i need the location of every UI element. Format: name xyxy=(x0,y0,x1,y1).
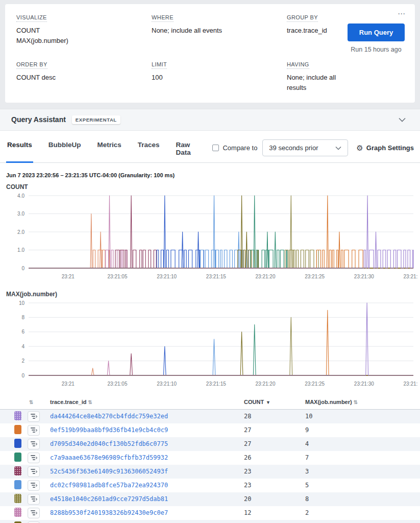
order-by-label: ORDER BY xyxy=(16,61,47,69)
trace-id-link[interactable]: da444264ce8e4b270cb4fddc759e32ed xyxy=(50,413,168,420)
view-trace-icon[interactable] xyxy=(28,494,40,505)
svg-text:6: 6 xyxy=(21,329,24,335)
view-trace-icon[interactable] xyxy=(28,508,40,518)
svg-text:2: 2 xyxy=(21,358,24,364)
svg-text:10: 10 xyxy=(19,300,25,305)
where-value[interactable]: None; include all events xyxy=(152,26,277,36)
trace-id-link[interactable]: 52c5436f363e61409c9136306052493f xyxy=(50,468,168,475)
tab-raw-data[interactable]: Raw Data xyxy=(175,138,199,162)
tab-metrics[interactable]: Metrics xyxy=(96,138,122,162)
max-value: 6 xyxy=(302,520,420,523)
kebab-menu-icon[interactable]: ⋯ xyxy=(398,9,406,18)
order-by-clause[interactable]: ORDER BY COUNT desc xyxy=(16,59,152,93)
compare-to-checkbox[interactable] xyxy=(212,145,219,151)
svg-text:4.0: 4.0 xyxy=(17,193,24,198)
limit-label: LIMIT xyxy=(152,61,167,69)
table-header-row: ⇅ trace.trace_id⇅ COUNT▼ MAX(job.number)… xyxy=(0,395,420,410)
svg-text:23:21:05: 23:21:05 xyxy=(108,274,128,279)
svg-text:23:21:25: 23:21:25 xyxy=(305,274,325,279)
chevron-down-icon[interactable] xyxy=(399,115,406,124)
series-color-swatch xyxy=(14,508,21,517)
experimental-badge: EXPERIMENTAL xyxy=(72,115,120,124)
chevron-down-icon xyxy=(335,146,341,150)
svg-text:23:21:10: 23:21:10 xyxy=(157,381,177,387)
svg-text:23:21:30: 23:21:30 xyxy=(354,381,374,387)
max-value: 8 xyxy=(302,492,420,506)
trace-id-link[interactable]: d7095d340e2d040cf130b52fdb6c0775 xyxy=(50,440,168,447)
query-assistant-bar[interactable]: Query Assistant EXPERIMENTAL xyxy=(0,109,420,131)
series-color-swatch xyxy=(14,439,21,448)
view-trace-icon[interactable] xyxy=(28,480,40,491)
trace-id-link[interactable]: e4518e1040c2601ad9cce7297d5dab81 xyxy=(50,495,168,503)
where-clause[interactable]: WHERE None; include all events xyxy=(152,12,287,46)
svg-text:0: 0 xyxy=(21,265,24,271)
svg-text:23:21: 23:21 xyxy=(62,274,75,279)
series-color-swatch xyxy=(14,425,21,434)
count-value: 12 xyxy=(241,520,302,523)
max-value: 7 xyxy=(302,451,420,465)
limit-value[interactable]: 100 xyxy=(152,73,277,83)
view-trace-icon[interactable] xyxy=(28,466,40,477)
visualize-clause[interactable]: VISUALIZE COUNT MAX(job.number) xyxy=(16,12,152,46)
tab-traces[interactable]: Traces xyxy=(137,138,161,162)
svg-text:23:21:35: 23:21:35 xyxy=(404,274,417,279)
having-label: HAVING xyxy=(287,61,309,69)
max-value: 9 xyxy=(302,423,420,437)
series-color-swatch xyxy=(14,521,21,523)
trace-id-link[interactable]: dc02cf98981adb8fce57ba72ea924370 xyxy=(50,482,168,489)
count-value: 27 xyxy=(241,437,302,451)
sort-icon: ⇅ xyxy=(29,399,33,405)
svg-text:23:21:30: 23:21:30 xyxy=(354,274,374,279)
count-value: 20 xyxy=(241,492,302,506)
view-trace-icon[interactable] xyxy=(28,453,40,463)
group-by-value[interactable]: trace.trace_id xyxy=(287,26,337,36)
max-chart-title: MAX(job.number) xyxy=(6,291,415,298)
table-row: 8288b9530f2401938326b92430e9c0e7122 xyxy=(0,506,420,520)
max-column-header[interactable]: MAX(job.number)⇅ xyxy=(302,395,420,410)
visualize-value-max[interactable]: MAX(job.number) xyxy=(16,36,141,46)
max-value: 4 xyxy=(302,437,420,451)
max-line-chart[interactable]: 024681023:2123:21:0523:21:1023:21:1523:2… xyxy=(5,299,417,391)
view-trace-icon[interactable] xyxy=(28,439,40,449)
trace-id-column-header[interactable]: trace.trace_id⇅ xyxy=(47,395,241,410)
visualize-label: VISUALIZE xyxy=(16,14,47,22)
run-query-button[interactable]: Run Query xyxy=(348,23,405,41)
sort-desc-icon: ▼ xyxy=(266,400,270,405)
trace-id-link[interactable]: 0ef519b99baa8bf9d36fb41e9cb4c0c9 xyxy=(50,426,168,434)
series-color-swatch xyxy=(14,411,21,420)
trace-id-link[interactable]: 8288b9530f2401938326b92430e9c0e7 xyxy=(50,509,168,516)
series-color-swatch xyxy=(14,494,21,503)
series-color-swatch xyxy=(14,466,21,476)
series-color-swatch xyxy=(14,453,21,462)
having-value[interactable]: None; include all results xyxy=(287,73,337,93)
svg-text:23:21:15: 23:21:15 xyxy=(206,381,226,387)
count-column-header[interactable]: COUNT▼ xyxy=(241,395,302,410)
count-line-chart[interactable]: 01.02.03.04.023:2123:21:0523:21:1023:21:… xyxy=(5,192,417,283)
results-table-section: ⇅ trace.trace_id⇅ COUNT▼ MAX(job.number)… xyxy=(0,393,420,523)
sort-icon: ⇅ xyxy=(354,399,358,405)
having-clause[interactable]: HAVING None; include all results xyxy=(287,59,404,93)
time-range-header: Jun 7 2023 23:20:56 – 23:21:35 UTC-04:00… xyxy=(6,172,415,178)
sort-icon: ⇅ xyxy=(88,399,92,405)
svg-text:8: 8 xyxy=(21,314,24,320)
visualize-value-count[interactable]: COUNT xyxy=(16,26,141,36)
view-trace-icon[interactable] xyxy=(28,521,40,523)
tab-bubbleup[interactable]: BubbleUp xyxy=(47,138,82,162)
compare-interval-dropdown[interactable]: 39 seconds prior xyxy=(262,139,348,156)
table-row: dc02cf98981adb8fce57ba72ea924370235 xyxy=(0,479,420,492)
graph-settings-label: Graph Settings xyxy=(366,144,414,152)
trace-id-link[interactable]: c7a9aaae63678e96989cfbfb37d59932 xyxy=(50,454,168,461)
tab-bar: ResultsBubbleUpMetricsTracesRaw Data xyxy=(6,138,212,162)
graph-settings-button[interactable]: ⚙ Graph Settings xyxy=(356,144,414,153)
max-value: 2 xyxy=(302,506,420,520)
tab-results[interactable]: Results xyxy=(6,138,33,162)
series-color-swatch xyxy=(14,480,21,489)
order-by-value[interactable]: COUNT desc xyxy=(16,73,141,83)
count-value: 23 xyxy=(241,479,302,492)
limit-clause[interactable]: LIMIT 100 xyxy=(152,59,287,93)
svg-text:23:21:25: 23:21:25 xyxy=(305,381,325,387)
row-sort-header[interactable]: ⇅ xyxy=(24,395,47,410)
view-trace-icon[interactable] xyxy=(28,425,40,436)
view-trace-icon[interactable] xyxy=(28,411,40,422)
table-row: e4518e1040c2601ad9cce7297d5dab81208 xyxy=(0,492,420,506)
